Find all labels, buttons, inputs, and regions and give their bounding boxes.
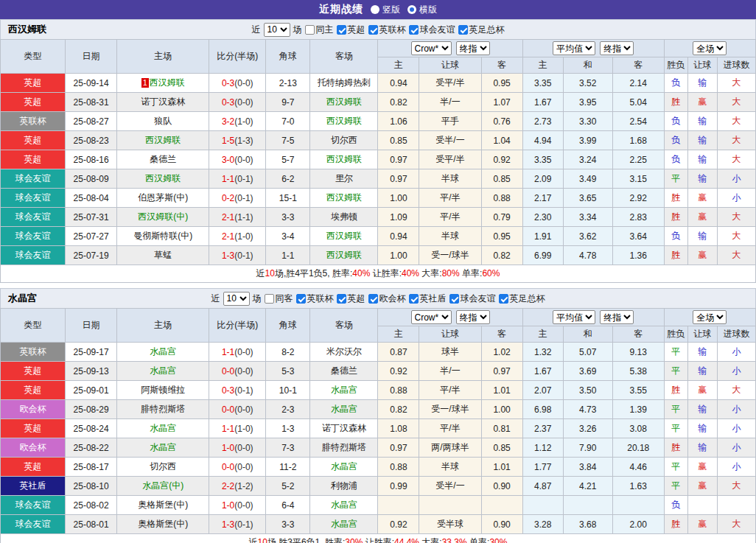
home-team[interactable]: 诺丁汉森林 xyxy=(117,93,209,112)
match-count-select[interactable]: 10 xyxy=(223,292,250,306)
home-team-name[interactable]: 草蜢 xyxy=(154,250,172,260)
away-team[interactable]: 水晶宫 xyxy=(310,381,378,400)
checkbox-unchecked-icon[interactable] xyxy=(305,25,315,35)
same-side-filter[interactable]: 同主 xyxy=(305,24,334,36)
checkbox-checked-icon[interactable] xyxy=(337,294,346,304)
checkbox-unchecked-icon[interactable] xyxy=(265,294,274,304)
home-team[interactable]: 曼彻斯特联(中) xyxy=(117,227,209,246)
away-team[interactable]: 切尔西 xyxy=(310,131,378,150)
average-stage-select[interactable]: 终指 xyxy=(600,310,634,324)
away-team-name[interactable]: 托特纳姆热刺 xyxy=(318,77,371,88)
home-team[interactable]: 西汉姆联 xyxy=(117,131,209,150)
checkbox-checked-icon[interactable] xyxy=(296,294,306,304)
away-team[interactable]: 西汉姆联 xyxy=(310,93,378,112)
away-team-name[interactable]: 腓特烈斯塔 xyxy=(322,442,366,452)
checkbox-checked-icon[interactable] xyxy=(449,294,459,304)
league-filter[interactable]: 英超 xyxy=(337,24,365,36)
away-team[interactable]: 里尔 xyxy=(310,169,378,189)
away-team-name[interactable]: 切尔西 xyxy=(331,135,357,145)
away-team-name[interactable]: 西汉姆联 xyxy=(326,250,362,260)
home-team[interactable]: 1西汉姆联 xyxy=(117,74,209,93)
home-team-name[interactable]: 西汉姆联(中) xyxy=(138,211,188,222)
match-scope-select[interactable]: 全场 xyxy=(693,310,727,324)
away-team[interactable]: 桑德兰 xyxy=(310,362,378,381)
home-team-name[interactable]: 水晶宫 xyxy=(150,346,176,357)
home-team[interactable]: 奥格斯堡(中) xyxy=(117,496,209,515)
home-team[interactable]: 水晶宫 xyxy=(117,343,209,362)
away-team[interactable]: 米尔沃尔 xyxy=(310,343,378,362)
checkbox-checked-icon[interactable] xyxy=(337,25,346,35)
away-team-name[interactable]: 西汉姆联 xyxy=(326,192,362,203)
away-team-name[interactable]: 水晶宫 xyxy=(331,500,357,510)
league-filter[interactable]: 英足总杯 xyxy=(499,292,545,305)
home-team-name[interactable]: 诺丁汉森林 xyxy=(141,97,185,107)
away-team-name[interactable]: 水晶宫 xyxy=(331,385,357,395)
home-team[interactable]: 奥格斯堡(中) xyxy=(117,515,209,534)
away-team-name[interactable]: 西汉姆联 xyxy=(326,116,362,126)
match-scope-select[interactable]: 全场 xyxy=(693,41,727,55)
league-filter[interactable]: 英超 xyxy=(337,292,365,305)
away-team-name[interactable]: 米尔沃尔 xyxy=(326,346,362,357)
odds-stage-select[interactable]: 终指 xyxy=(456,41,490,55)
layout-radio-horizontal[interactable]: 横版 xyxy=(407,4,437,16)
away-team[interactable]: 水晶宫 xyxy=(310,400,378,419)
home-team[interactable]: 阿斯顿维拉 xyxy=(117,381,209,400)
home-team-name[interactable]: 曼彻斯特联(中) xyxy=(133,231,192,241)
home-team-name[interactable]: 西汉姆联 xyxy=(150,77,185,88)
league-filter[interactable]: 英足总杯 xyxy=(458,24,505,36)
home-team[interactable]: 腓特烈斯塔 xyxy=(117,400,209,419)
home-team[interactable]: 水晶宫 xyxy=(117,419,209,438)
home-team-name[interactable]: 水晶宫 xyxy=(150,365,176,376)
away-team[interactable]: 水晶宫 xyxy=(310,515,378,534)
odds-source-select[interactable]: Crow* xyxy=(411,310,452,324)
home-team[interactable]: 水晶宫 xyxy=(117,362,209,381)
home-team-name[interactable]: 水晶宫 xyxy=(150,442,176,452)
home-team-name[interactable]: 奥格斯堡(中) xyxy=(138,519,188,529)
home-team-name[interactable]: 腓特烈斯塔 xyxy=(141,404,185,414)
away-team-name[interactable]: 西汉姆联 xyxy=(326,97,362,107)
away-team[interactable]: 西汉姆联 xyxy=(310,227,378,246)
away-team-name[interactable]: 诺丁汉森林 xyxy=(322,423,366,433)
away-team-name[interactable]: 埃弗顿 xyxy=(331,211,357,222)
home-team-name[interactable]: 西汉姆联 xyxy=(145,173,181,183)
away-team-name[interactable]: 水晶宫 xyxy=(331,404,357,414)
away-team-name[interactable]: 西汉姆联 xyxy=(326,231,362,241)
home-team[interactable]: 西汉姆联(中) xyxy=(117,208,209,227)
home-team[interactable]: 切尔西 xyxy=(117,458,209,477)
away-team-name[interactable]: 水晶宫 xyxy=(331,461,357,472)
away-team[interactable]: 利物浦 xyxy=(310,477,378,496)
radio-unchecked-icon[interactable] xyxy=(371,5,379,14)
away-team[interactable]: 埃弗顿 xyxy=(310,208,378,227)
league-filter[interactable]: 球会友谊 xyxy=(409,24,455,36)
checkbox-checked-icon[interactable] xyxy=(409,25,419,35)
away-team-name[interactable]: 水晶宫 xyxy=(331,519,357,529)
away-team-name[interactable]: 里尔 xyxy=(335,173,353,183)
home-team[interactable]: 狼队 xyxy=(117,112,209,131)
checkbox-checked-icon[interactable] xyxy=(458,25,468,35)
home-team-name[interactable]: 西汉姆联 xyxy=(145,135,181,145)
away-team[interactable]: 腓特烈斯塔 xyxy=(310,438,378,458)
home-team-name[interactable]: 切尔西 xyxy=(150,461,176,472)
home-team[interactable]: 水晶宫 xyxy=(117,438,209,458)
odds-source-select[interactable]: Crow* xyxy=(411,41,452,55)
home-team-name[interactable]: 奥格斯堡(中) xyxy=(138,500,188,510)
home-team-name[interactable]: 伯恩茅斯(中) xyxy=(138,192,188,203)
away-team-name[interactable]: 利物浦 xyxy=(331,480,357,491)
away-team[interactable]: 西汉姆联 xyxy=(310,246,378,265)
average-select[interactable]: 平均值 xyxy=(553,41,595,55)
league-filter[interactable]: 英联杯 xyxy=(368,24,406,36)
home-team-name[interactable]: 桑德兰 xyxy=(150,154,176,164)
away-team-name[interactable]: 西汉姆联 xyxy=(326,154,362,164)
home-team[interactable]: 西汉姆联 xyxy=(117,169,209,189)
away-team[interactable]: 诺丁汉森林 xyxy=(310,419,378,438)
away-team[interactable]: 托特纳姆热刺 xyxy=(310,74,378,93)
home-team-name[interactable]: 水晶宫 xyxy=(150,423,176,433)
average-stage-select[interactable]: 终指 xyxy=(600,41,634,55)
odds-stage-select[interactable]: 终指 xyxy=(456,310,490,324)
checkbox-checked-icon[interactable] xyxy=(368,294,378,304)
away-team[interactable]: 水晶宫 xyxy=(310,458,378,477)
home-team[interactable]: 桑德兰 xyxy=(117,150,209,169)
radio-checked-icon[interactable] xyxy=(407,5,416,14)
league-filter[interactable]: 英社盾 xyxy=(409,292,447,305)
match-count-select[interactable]: 10 xyxy=(264,23,290,37)
